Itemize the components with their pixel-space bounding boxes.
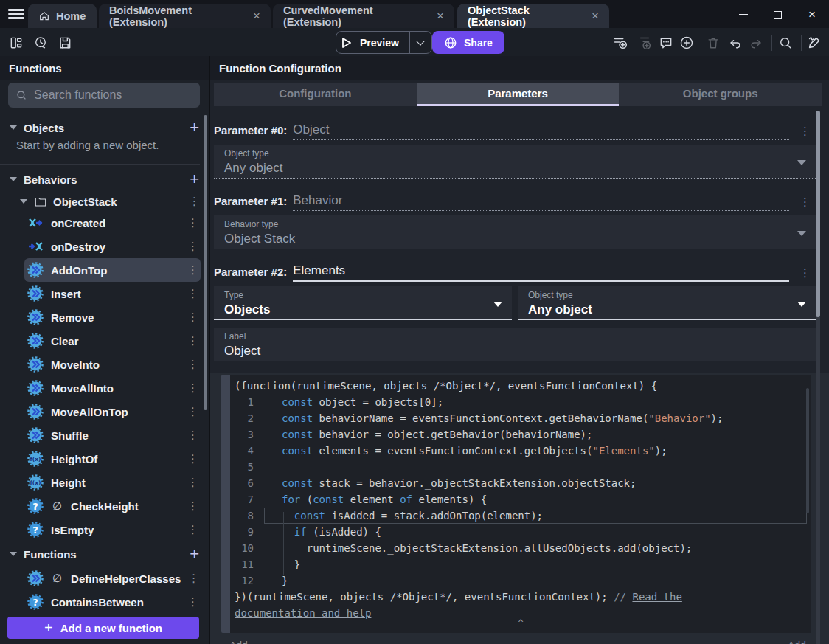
sidebar-item-DefineHelperClasses[interactable]: ∅DefineHelperClasses⋮ — [24, 567, 201, 590]
edit-function-icon[interactable] — [805, 33, 825, 52]
item-menu-button[interactable]: ⋮ — [187, 595, 198, 609]
project-manager-icon[interactable] — [7, 33, 26, 52]
add-comment-icon[interactable] — [656, 33, 676, 52]
tab-boidsmovement[interactable]: BoidsMovement (Extension) × — [99, 4, 271, 28]
save-icon[interactable] — [55, 33, 74, 52]
add-function-plus-button[interactable]: + — [190, 546, 199, 562]
item-menu-button[interactable]: ⋮ — [187, 334, 198, 347]
code-line-8[interactable]: 8 const isAdded = stack.addOnTop(element… — [230, 508, 811, 524]
menu-icon[interactable] — [8, 9, 24, 19]
undo-icon[interactable] — [726, 33, 745, 52]
parameter-0-name-input[interactable]: Object — [293, 122, 789, 140]
code-line-5[interactable]: 5 — [230, 459, 811, 475]
sidebar-item-MoveInto[interactable]: MoveInto⋮ — [24, 353, 201, 376]
delete-icon[interactable] — [704, 33, 723, 52]
tab-curvedmovement[interactable]: CurvedMovement (Extension) × — [273, 4, 454, 28]
parameter-2-object-type-select[interactable]: Object type Any object — [518, 286, 816, 320]
parameter-2-label-field[interactable]: Label Object — [214, 328, 816, 361]
functions-section-header[interactable]: Functions + — [0, 543, 209, 565]
code-line-11[interactable]: 11 } — [230, 556, 811, 572]
sidebar-scrollbar[interactable] — [204, 115, 207, 410]
item-menu-button[interactable]: ⋮ — [187, 240, 198, 253]
item-menu-button[interactable]: ⋮ — [187, 476, 198, 489]
item-menu-button[interactable]: ⋮ — [187, 452, 198, 465]
code-line-7[interactable]: 7for (const element of elements) { — [230, 491, 811, 508]
add-other-event-icon[interactable] — [677, 33, 696, 52]
window-maximize-button[interactable] — [766, 6, 788, 24]
search-functions-input[interactable] — [34, 89, 192, 102]
item-menu-button[interactable]: ⋮ — [187, 358, 198, 371]
sidebar-item-onCreated[interactable]: onCreated⋮ — [24, 211, 201, 235]
tab-objectstack[interactable]: ObjectStack (Extension) × — [457, 4, 609, 28]
preview-button[interactable]: Preview — [336, 31, 432, 54]
item-menu-button[interactable]: ⋮ — [187, 523, 198, 536]
sidebar-item-Clear[interactable]: Clear⋮ — [24, 329, 201, 353]
item-menu-button[interactable]: ⋮ — [188, 572, 198, 585]
item-menu-button[interactable]: ⋮ — [187, 381, 198, 395]
close-tab-icon[interactable]: × — [583, 10, 599, 22]
item-menu-button[interactable]: ⋮ — [187, 311, 198, 324]
add-behavior-button[interactable]: + — [190, 171, 199, 187]
code-line-4[interactable]: 4const elements = eventsFunctionContext.… — [230, 443, 811, 459]
window-close-button[interactable]: × — [801, 6, 823, 24]
code-line-9[interactable]: 9 if (isAdded) { — [230, 524, 811, 540]
sidebar-item-Insert[interactable]: Insert⋮ — [24, 282, 201, 305]
parameter-1-menu-button[interactable]: ⋮ — [799, 195, 810, 209]
redo-icon[interactable] — [746, 33, 766, 52]
behaviors-section-header[interactable]: Behaviors + — [0, 168, 209, 190]
item-menu-button[interactable]: ⋮ — [187, 499, 198, 513]
sidebar-item-Remove[interactable]: Remove⋮ — [24, 305, 201, 329]
tab-object-groups[interactable]: Object groups — [619, 83, 822, 106]
folder-menu-button[interactable]: ⋮ — [189, 195, 199, 208]
sidebar-item-MoveAllInto[interactable]: MoveAllInto⋮ — [24, 376, 201, 400]
code-line-6[interactable]: 6const stack = behavior._objectStackExte… — [230, 475, 811, 491]
window-minimize-button[interactable] — [732, 6, 755, 24]
parameter-2-name-input[interactable]: Elements — [293, 263, 789, 282]
item-menu-button[interactable]: ⋮ — [187, 263, 198, 277]
parameter-1-behavior-type-select[interactable]: Behavior type Object Stack — [214, 215, 816, 249]
version-history-icon[interactable] — [31, 33, 50, 52]
add-event-icon[interactable] — [611, 33, 630, 52]
main-scrollbar[interactable] — [816, 111, 820, 317]
code-line-1[interactable]: 1const object = objects[0]; — [230, 394, 811, 410]
code-line-10[interactable]: 10 runtimeScene._objectStackExtension.al… — [230, 540, 811, 556]
tab-configuration[interactable]: Configuration — [214, 83, 417, 106]
event-drag-handle[interactable] — [221, 375, 230, 633]
parameter-0-menu-button[interactable]: ⋮ — [799, 125, 810, 138]
parameter-0-object-type-select[interactable]: Object type Any object — [214, 145, 816, 179]
close-tab-icon[interactable]: × — [428, 10, 444, 22]
sidebar-item-CheckHeight[interactable]: ?∅CheckHeight⋮ — [24, 494, 201, 518]
add-object-button[interactable]: + — [190, 120, 199, 136]
preview-options-button[interactable] — [409, 32, 431, 53]
code-line-3[interactable]: 3const behavior = object.getBehavior(beh… — [230, 426, 811, 443]
item-menu-button[interactable]: ⋮ — [187, 405, 198, 418]
editor-scrollbar[interactable] — [806, 388, 809, 513]
search-functions-box[interactable] — [8, 83, 200, 108]
code-line-12[interactable]: 12} — [230, 572, 811, 589]
code-editor[interactable]: (function(runtimeScene, objects /*Object… — [230, 375, 811, 633]
add-subevent-icon[interactable] — [635, 33, 654, 52]
collapse-editor-caret[interactable]: ^ — [518, 618, 523, 629]
sidebar-item-onDestroy[interactable]: onDestroy⋮ — [24, 235, 201, 258]
close-tab-icon[interactable]: × — [244, 10, 260, 22]
item-menu-button[interactable]: ⋮ — [187, 216, 198, 229]
objects-section-header[interactable]: Objects + — [0, 117, 209, 139]
sidebar-item-AddOnTop[interactable]: AddOnTop⋮ — [24, 258, 201, 282]
code-line-2[interactable]: 2const behaviorName = eventsFunctionCont… — [230, 410, 811, 426]
share-button[interactable]: Share — [432, 31, 504, 54]
search-icon[interactable] — [776, 33, 795, 52]
sidebar-item-ContainsBetween[interactable]: ?ContainsBetween⋮ — [24, 590, 201, 614]
add-new-function-button[interactable]: + Add a new function — [7, 617, 199, 639]
tab-home[interactable]: Home — [28, 4, 97, 28]
parameter-2-menu-button[interactable]: ⋮ — [799, 266, 810, 280]
sidebar-item-Shuffle[interactable]: Shuffle⋮ — [24, 423, 201, 447]
sidebar-item-HeightOf[interactable]: f(x)HeightOf⋮ — [24, 447, 201, 471]
parameter-1-name-input[interactable]: Behavior — [293, 193, 789, 211]
sidebar-item-Height[interactable]: f(x)Height⋮ — [24, 471, 201, 494]
tab-parameters[interactable]: Parameters — [417, 83, 620, 106]
item-menu-button[interactable]: ⋮ — [187, 429, 198, 442]
parameter-2-type-select[interactable]: Type Objects — [214, 286, 512, 320]
sidebar-item-IsEmpty[interactable]: ?IsEmpty⋮ — [24, 518, 201, 541]
sidebar-item-MoveAllOnTop[interactable]: MoveAllOnTop⋮ — [24, 400, 201, 423]
item-menu-button[interactable]: ⋮ — [187, 287, 198, 300]
